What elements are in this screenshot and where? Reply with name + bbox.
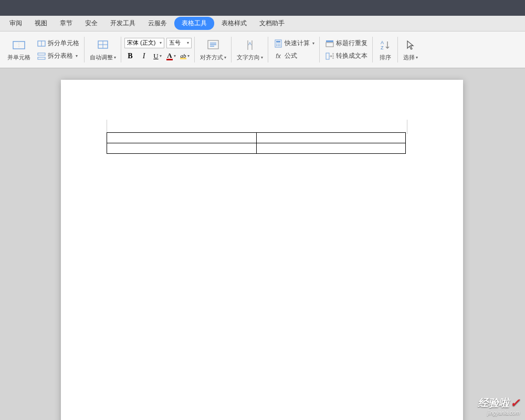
font-name-select[interactable]: 宋体 (正文) ▾ — [124, 38, 164, 48]
group-sort: AZ 排序 — [373, 33, 398, 67]
split-table-icon — [37, 51, 46, 61]
chevron-down-icon: ▾ — [174, 54, 176, 58]
menu-table-tools[interactable]: 表格工具 — [174, 17, 214, 30]
svg-rect-25 — [326, 43, 333, 47]
menu-devtools[interactable]: 开发工具 — [105, 17, 141, 30]
underline-button[interactable]: U▾ — [152, 50, 163, 62]
titlebar — [0, 0, 525, 16]
text-direction-button[interactable]: A 文字方向▾ — [235, 37, 265, 62]
chevron-down-icon: ▾ — [76, 54, 78, 58]
group-header-convert: 标题行重复 转换成文本 — [320, 33, 373, 67]
repeat-header-button[interactable]: 标题行重复 — [323, 38, 370, 49]
sort-button[interactable]: AZ 排序 — [376, 37, 395, 62]
chevron-down-icon: ▾ — [416, 55, 418, 60]
svg-rect-0 — [13, 41, 25, 49]
svg-text:A: A — [248, 41, 251, 46]
menu-chapter[interactable]: 章节 — [55, 17, 78, 30]
font-size-value: 五号 — [169, 39, 181, 47]
group-font: 宋体 (正文) ▾ 五号 ▾ B I U▾ A — [121, 33, 195, 67]
group-text-direction: A 文字方向▾ — [232, 33, 268, 67]
check-icon: ✓ — [510, 396, 520, 410]
chevron-down-icon: ▾ — [261, 55, 263, 60]
svg-rect-26 — [326, 53, 329, 59]
table-cell[interactable] — [256, 143, 406, 154]
svg-text:Z: Z — [381, 45, 384, 50]
font-size-select[interactable]: 五号 ▾ — [166, 38, 192, 48]
formula-label: 公式 — [285, 51, 297, 60]
formula-button[interactable]: fx 公式 — [271, 50, 317, 62]
menu-cloud[interactable]: 云服务 — [143, 17, 172, 30]
highlight-color-bar — [180, 58, 186, 59]
watermark: 经验啦 ✓ jingyanla.com — [478, 396, 520, 416]
svg-text:A: A — [381, 40, 384, 45]
split-cells-label: 拆分单元格 — [48, 39, 79, 48]
document-page[interactable] — [61, 80, 463, 420]
bold-button[interactable]: B — [124, 50, 136, 62]
highlight-button[interactable]: ab ▾ — [179, 50, 191, 62]
merge-cells-icon — [12, 38, 26, 52]
sort-icon: AZ — [378, 38, 393, 52]
group-formula: 快速计算 ▾ fx 公式 — [268, 33, 320, 67]
table-row[interactable] — [107, 143, 406, 154]
menu-view[interactable]: 视图 — [29, 17, 52, 30]
convert-text-label: 转换成文本 — [336, 51, 368, 60]
quick-calc-button[interactable]: 快速计算 ▾ — [271, 38, 317, 49]
split-table-label: 拆分表格 — [48, 51, 73, 60]
table-cell[interactable] — [107, 133, 257, 143]
table-cell[interactable] — [107, 143, 257, 154]
chevron-down-icon: ▾ — [187, 54, 190, 58]
svg-rect-17 — [276, 41, 280, 43]
watermark-sub: jingyanla.com — [478, 410, 520, 416]
chevron-down-icon: ▾ — [114, 55, 116, 60]
font-color-button[interactable]: A ▾ — [165, 50, 177, 62]
workspace — [0, 68, 525, 420]
chevron-down-icon: ▾ — [160, 54, 162, 58]
document-table[interactable] — [107, 132, 406, 154]
table-cell[interactable] — [256, 133, 406, 143]
italic-button[interactable]: I — [138, 50, 150, 62]
font-name-value: 宋体 (正文) — [127, 39, 155, 47]
margin-guide-right — [407, 120, 407, 134]
text-direction-icon: A — [243, 38, 257, 52]
autofit-label: 自动调整▾ — [90, 54, 116, 61]
merge-cells-button[interactable]: 并单元格 — [5, 37, 33, 62]
chevron-down-icon: ▾ — [224, 55, 226, 60]
margin-guide-left — [107, 120, 107, 134]
autofit-button[interactable]: 自动调整▾ — [88, 37, 118, 62]
repeat-header-icon — [325, 39, 334, 48]
convert-text-button[interactable]: 转换成文本 — [323, 50, 370, 62]
group-alignment: 对齐方式▾ — [195, 33, 232, 67]
group-autofit: 自动调整▾ — [85, 33, 121, 67]
sort-label: 排序 — [380, 54, 391, 61]
split-cells-button[interactable]: 拆分单元格 — [35, 38, 81, 49]
svg-point-22 — [278, 45, 279, 46]
chevron-down-icon: ▾ — [312, 41, 314, 46]
menu-review[interactable]: 审阅 — [4, 17, 27, 30]
autofit-icon — [96, 38, 110, 52]
menu-table-styles[interactable]: 表格样式 — [216, 17, 252, 30]
svg-point-18 — [276, 44, 277, 45]
split-cells-icon — [37, 39, 46, 48]
table-row[interactable] — [107, 133, 406, 143]
quick-calc-label: 快速计算 — [285, 39, 310, 48]
menu-doc-assistant[interactable]: 文档助手 — [254, 17, 290, 30]
text-direction-label: 文字方向▾ — [237, 54, 263, 61]
convert-text-icon — [325, 51, 334, 61]
alignment-button[interactable]: 对齐方式▾ — [198, 37, 228, 62]
group-select: 选择▾ — [398, 33, 423, 67]
svg-point-23 — [279, 45, 280, 46]
toolbar: 并单元格 拆分单元格 拆分表格 ▾ — [0, 32, 525, 68]
calculator-icon — [274, 39, 283, 48]
split-table-button[interactable]: 拆分表格 ▾ — [35, 50, 81, 62]
select-label: 选择▾ — [403, 54, 418, 61]
menu-security[interactable]: 安全 — [80, 17, 103, 30]
alignment-icon — [206, 38, 220, 52]
svg-rect-24 — [326, 40, 333, 42]
select-button[interactable]: 选择▾ — [401, 37, 420, 62]
chevron-down-icon: ▾ — [160, 40, 162, 45]
fx-icon: fx — [274, 51, 283, 61]
alignment-label: 对齐方式▾ — [200, 54, 226, 61]
group-merge: 并单元格 拆分单元格 拆分表格 ▾ — [2, 33, 85, 67]
svg-rect-4 — [38, 53, 45, 55]
repeat-header-label: 标题行重复 — [336, 39, 368, 48]
